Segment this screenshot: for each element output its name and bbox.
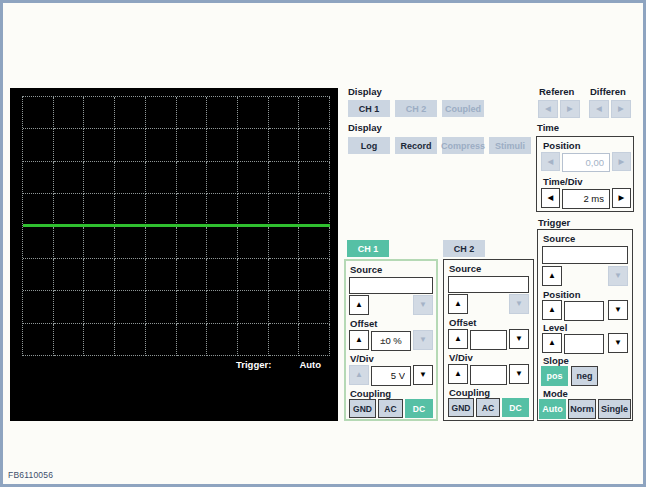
trigger-source-field[interactable]	[542, 246, 628, 264]
grid-cell	[207, 324, 238, 356]
grid-cell	[177, 129, 208, 161]
ch1-coupling-gnd-button[interactable]: GND	[349, 399, 376, 418]
up-arrow-icon: ▲	[355, 301, 363, 309]
down-arrow-icon: ▼	[515, 370, 523, 378]
down-arrow-icon: ▼	[515, 335, 523, 343]
ch1-coupling-ac-button[interactable]: AC	[378, 399, 403, 418]
tab-ch2[interactable]: CH 2	[443, 240, 485, 257]
grid-cell	[299, 162, 330, 194]
grid-cell	[177, 324, 208, 356]
trigger-slope-pos-button[interactable]: pos	[541, 366, 568, 386]
trigger-position-up-button[interactable]: ▲	[542, 300, 562, 320]
ch2-offset-field[interactable]	[470, 330, 507, 350]
trigger-level-field[interactable]	[564, 334, 604, 354]
display-record-button[interactable]: Record	[395, 137, 437, 154]
ch2-source-up-button[interactable]: ▲	[448, 294, 468, 314]
grid-cell	[269, 291, 300, 323]
grid-cell	[299, 97, 330, 129]
grid-cell	[115, 194, 146, 226]
grid-cell	[238, 324, 269, 356]
up-arrow-icon: ▲	[355, 371, 363, 379]
ch1-coupling-dc-button[interactable]: DC	[405, 399, 433, 418]
grid-cell	[238, 259, 269, 291]
ch2-source-field[interactable]	[448, 276, 529, 293]
time-position-field-wrap	[562, 152, 610, 171]
ch2-coupling-ac-button[interactable]: AC	[476, 398, 500, 417]
difference-label: Differen	[590, 86, 626, 97]
ch1-source-up-button[interactable]: ▲	[349, 295, 369, 315]
grid-cell	[146, 259, 177, 291]
ch1-offset-up-button[interactable]: ▲	[349, 330, 369, 350]
trigger-source-up-button[interactable]: ▲	[542, 266, 562, 286]
trigger-section-label: Trigger	[538, 217, 570, 228]
ch2-vdiv-down-button[interactable]: ▼	[509, 364, 529, 384]
trigger-position-down-button[interactable]: ▼	[608, 300, 628, 320]
ch1-offset-field[interactable]	[371, 331, 411, 351]
display-log-button[interactable]: Log	[348, 137, 390, 154]
grid-cell	[115, 259, 146, 291]
ch2-source-down-button: ▼	[509, 294, 529, 314]
up-arrow-icon: ▲	[548, 306, 556, 314]
ch1-offset-label: Offset	[350, 318, 377, 329]
trigger-position-field[interactable]	[564, 301, 604, 321]
grid-cell	[84, 162, 115, 194]
display-ch1-button[interactable]: CH 1	[348, 100, 390, 117]
ch2-vdiv-field[interactable]	[470, 365, 507, 385]
trigger-panel: Source ▲ ▼ Position ▲ ▼ Level ▲ ▼ Slope …	[537, 229, 633, 421]
tab-ch1[interactable]: CH 1	[347, 240, 389, 257]
right-arrow-icon: ▶	[618, 105, 624, 113]
grid-cell	[54, 291, 85, 323]
time-div-field-wrap	[562, 188, 610, 208]
left-arrow-icon: ◀	[596, 105, 602, 113]
grid-cell	[299, 324, 330, 356]
up-arrow-icon: ▲	[355, 336, 363, 344]
down-arrow-icon: ▼	[419, 371, 427, 379]
grid-cell	[115, 324, 146, 356]
up-arrow-icon: ▲	[548, 339, 556, 347]
trigger-source-label: Source	[543, 233, 575, 244]
trigger-level-label: Level	[543, 322, 567, 333]
grid-cell	[238, 129, 269, 161]
time-div-label: Time/Div	[543, 176, 582, 187]
grid-cell	[115, 162, 146, 194]
grid-cell	[23, 162, 54, 194]
grid-cell	[84, 259, 115, 291]
trigger-level-down-button[interactable]: ▼	[608, 333, 628, 353]
trigger-mode-norm-button[interactable]: Norm	[568, 399, 596, 419]
ch1-source-field[interactable]	[349, 277, 433, 294]
ch2-coupling-dc-button[interactable]: DC	[502, 398, 529, 417]
grid-cell	[207, 97, 238, 129]
time-div-decrease-button[interactable]: ◀	[541, 188, 560, 208]
trigger-mode-auto-button[interactable]: Auto	[539, 399, 566, 419]
waveform-trace	[23, 224, 330, 227]
trigger-status: Trigger: Auto	[236, 359, 321, 370]
grid-cell	[54, 97, 85, 129]
trigger-mode-single-button[interactable]: Single	[598, 399, 631, 419]
grid-cell	[23, 129, 54, 161]
grid-cell	[238, 97, 269, 129]
down-arrow-icon: ▼	[419, 336, 427, 344]
time-div-field[interactable]	[562, 189, 610, 209]
ch1-vdiv-field[interactable]	[371, 366, 411, 386]
ch2-vdiv-label: V/Div	[449, 352, 473, 363]
ch2-coupling-gnd-button[interactable]: GND	[448, 398, 474, 417]
ch2-vdiv-up-button[interactable]: ▲	[448, 364, 468, 384]
ch2-offset-down-button[interactable]: ▼	[509, 329, 529, 349]
grid-cell	[115, 227, 146, 259]
grid-cell	[115, 291, 146, 323]
ch1-vdiv-down-button[interactable]: ▼	[413, 365, 433, 385]
ch2-vdiv-field-wrap	[470, 364, 507, 384]
ch2-offset-up-button[interactable]: ▲	[448, 329, 468, 349]
grid-cell	[269, 227, 300, 259]
up-arrow-icon: ▲	[454, 335, 462, 343]
grid-cell	[84, 291, 115, 323]
trigger-source-field-wrap	[542, 244, 628, 262]
grid-cell	[23, 324, 54, 356]
left-arrow-icon: ◀	[548, 194, 554, 202]
trigger-level-up-button[interactable]: ▲	[542, 333, 562, 353]
ch1-source-field-wrap	[349, 275, 433, 292]
trigger-mode-label: Mode	[543, 388, 568, 399]
trigger-slope-neg-button[interactable]: neg	[571, 366, 598, 386]
display-compress-button: Compress	[442, 137, 484, 154]
time-div-increase-button[interactable]: ▶	[612, 188, 631, 208]
